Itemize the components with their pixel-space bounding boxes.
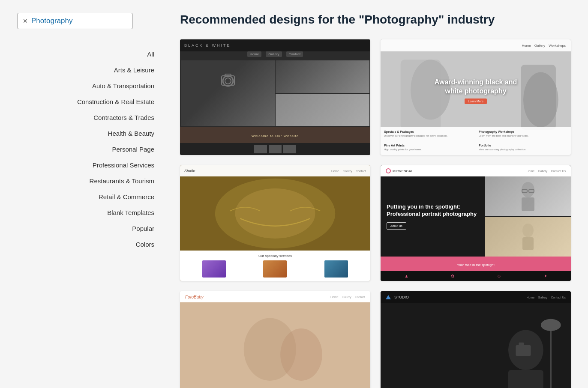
sidebar-item-blank-templates[interactable]: Blank Templates (17, 205, 154, 221)
card2-nav-workshops: Workshops (549, 44, 566, 48)
card1-top-right-image (276, 60, 369, 93)
search-value: Photography (31, 17, 72, 25)
card4-spotlight-label: Your face in the spotlight (457, 263, 494, 267)
templates-grid: BLACK & WHITE Home Gallery Contact (180, 39, 571, 388)
card6-logo: STUDIO (386, 295, 409, 299)
template-card-2[interactable]: Home Gallery Workshops Award-winning bla… (381, 39, 571, 155)
sidebar-item-professional-services[interactable]: Professional Services (17, 157, 154, 173)
card1-welcome-banner: Welcome to Our Website (180, 127, 370, 143)
card4-photo-2 (485, 217, 571, 257)
card1-footer-img3 (283, 145, 296, 153)
card5-logo: FotoBaby (185, 295, 204, 299)
card2-hero-text: Award-winning black and white photograph… (433, 78, 519, 104)
card3-service-img-1 (202, 260, 226, 278)
sidebar-item-colors[interactable]: Colors (17, 236, 154, 252)
search-box[interactable]: ✕ Photography (17, 13, 133, 29)
card4-icons-bar: ▲ ✿ ☺ ✦ (381, 271, 571, 281)
card4-nav-contact: Contact Us (551, 170, 566, 173)
card3-nav-links: Home Gallery Contact (331, 170, 366, 173)
card3-logo: Studio (184, 169, 195, 173)
card4-photo-1 (485, 176, 571, 216)
card4-nav-home: Home (527, 170, 535, 173)
card6-nav: STUDIO Home Gallery Contact Us (381, 291, 571, 303)
card3-service-img-2 (263, 260, 287, 278)
sidebar-item-auto-transportation[interactable]: Auto & Transportation (17, 78, 154, 94)
card1-hero (180, 60, 370, 127)
card1-footer-img2 (269, 145, 282, 153)
svg-rect-15 (522, 197, 534, 211)
card2-portfolio-title: Portfolio (479, 144, 567, 147)
card6-logo-text: STUDIO (394, 295, 409, 299)
svg-rect-26 (516, 345, 531, 356)
svg-point-11 (235, 188, 315, 239)
svg-rect-27 (519, 343, 524, 346)
card4-nav-links: Home Gallery Contact Us (527, 170, 566, 173)
card5-nav-home: Home (330, 295, 339, 298)
card4-logo-icon (386, 168, 391, 173)
card4-hero: Putting you in the spotlight: Profession… (381, 176, 571, 257)
card3-services-label: Our specialty services (184, 254, 366, 258)
sidebar-item-popular[interactable]: Popular (17, 221, 154, 236)
card3-hero: PHOTOS ARE FOREVER (180, 176, 370, 251)
card3-nav-contact: Contact (356, 170, 366, 173)
sidebar-item-personal-page[interactable]: Personal Page (17, 141, 154, 157)
card6-hero: Photos are forever (381, 303, 571, 388)
card2-workshops-title: Photography Workshops (479, 130, 567, 133)
sidebar-item-all[interactable]: All (17, 46, 154, 62)
card2-nav: Home Gallery Workshops (381, 39, 571, 51)
card6-logo-triangle (386, 295, 391, 299)
card6-nav-home: Home (527, 296, 535, 299)
card2-prints-title: Fine Art Prints (384, 144, 473, 147)
card2-workshops-section: Photography Workshops Learn from the bes… (476, 128, 570, 140)
card1-main-image (181, 60, 275, 126)
card5-hero: Watch Me Grow Capturing precious moments… (180, 302, 370, 388)
card2-bottom-sections: Specials & Packages Discover our photogr… (381, 127, 571, 155)
sidebar-item-construction-real-estate[interactable]: Construction & Real Estate (17, 94, 154, 110)
clear-search-icon[interactable]: ✕ (23, 18, 28, 24)
card2-specials-text: Discover our photography packages for ev… (384, 134, 473, 138)
card4-pink-bar: Your face in the spotlight (381, 257, 571, 271)
card2-nav-home: Home (522, 44, 531, 48)
svg-point-1 (225, 78, 231, 84)
card2-nav-gallery: Gallery (534, 44, 545, 48)
sidebar: ✕ Photography All Arts & Leisure Auto & … (0, 0, 167, 388)
svg-rect-19 (522, 237, 534, 250)
card4-text-side: Putting you in the spotlight: Profession… (381, 176, 485, 257)
template-card-1[interactable]: BLACK & WHITE Home Gallery Contact (180, 39, 370, 155)
main-content: Recommended designs for the "Photography… (167, 0, 588, 388)
card2-specials-title: Specials & Packages (384, 130, 473, 133)
card4-icon-3: ☺ (497, 274, 501, 278)
card2-portfolio-text: View our stunning photography collection… (479, 148, 567, 152)
card3-services: Our specialty services (180, 251, 370, 281)
template-card-5[interactable]: FotoBaby Home Gallery Contact Watch Me G… (180, 291, 370, 388)
sidebar-item-restaurants-tourism[interactable]: Restaurants & Tourism (17, 173, 154, 189)
card5-nav-links: Home Gallery Contact (330, 295, 365, 298)
card3-nav: Studio Home Gallery Contact (180, 165, 370, 176)
card1-welcome-text: Welcome to Our Website (252, 134, 299, 138)
card4-cta-button[interactable]: About us (387, 222, 406, 230)
sidebar-item-arts-leisure[interactable]: Arts & Leisure (17, 62, 154, 78)
sidebar-item-retail-commerce[interactable]: Retail & Commerce (17, 189, 154, 205)
card4-icon-2: ✿ (451, 274, 454, 278)
sidebar-item-contractors-trades[interactable]: Contractors & Trades (17, 110, 154, 125)
svg-point-29 (541, 319, 561, 331)
card1-nav-bar: BLACK & WHITE (180, 39, 370, 51)
card1-bottom-right-image (276, 94, 369, 126)
card2-prints-text: High quality prints for your home. (384, 148, 473, 152)
category-nav: All Arts & Leisure Auto & Transportation… (17, 46, 159, 252)
card4-hero-title: Putting you in the spotlight: Profession… (387, 203, 479, 218)
card1-nav-gallery: Gallery (266, 51, 282, 57)
template-card-6[interactable]: STUDIO Home Gallery Contact Us (381, 291, 571, 388)
card2-cta-button[interactable]: Learn More (465, 98, 487, 104)
sidebar-item-health-beauty[interactable]: Health & Beauty (17, 125, 154, 141)
card6-nav-contact: Contact Us (551, 296, 566, 299)
card4-logo: MIRRENGAL (386, 168, 413, 173)
card4-icon-1: ▲ (404, 274, 408, 278)
template-card-4[interactable]: MIRRENGAL Home Gallery Contact Us Puttin… (381, 165, 571, 281)
card4-nav-gallery: Gallery (538, 170, 547, 173)
card4-photo-side (485, 176, 571, 257)
page-title: Recommended designs for the "Photography… (180, 13, 571, 27)
card1-footer-img1 (254, 145, 267, 153)
template-card-3[interactable]: Studio Home Gallery Contact (180, 165, 370, 281)
svg-point-18 (522, 224, 534, 237)
